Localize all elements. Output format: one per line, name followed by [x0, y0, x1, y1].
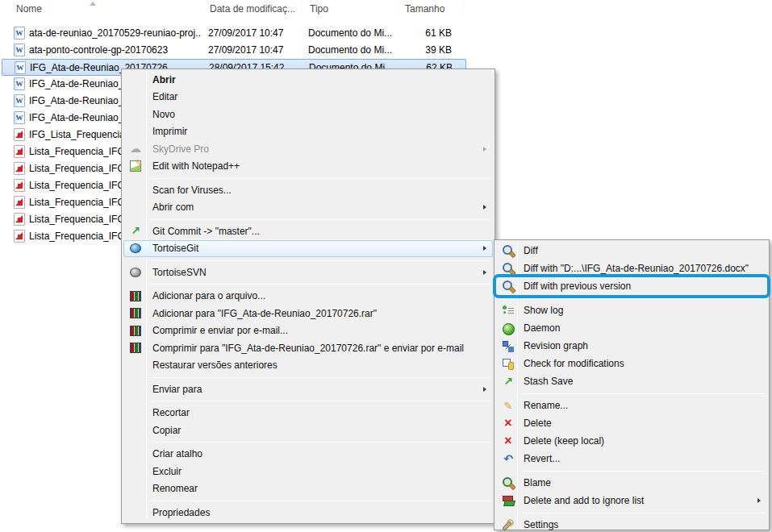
column-header-data-de-modifica[interactable]: Data de modificaç...	[210, 3, 295, 15]
file-row[interactable]: Wata-ponto-controle-gp-2017062327/09/201…	[2, 42, 466, 59]
menu-item-label: Delete	[524, 418, 552, 429]
menu-item-label: Stash Save	[524, 376, 573, 387]
menu-item-edit-with-notepad[interactable]: Edit with Notepad++	[123, 158, 493, 176]
column-header-tipo[interactable]: Tipo	[310, 3, 328, 15]
menu-item-adicionar-para-o-arquivo[interactable]: Adicionar para o arquivo...	[123, 288, 493, 305]
menu-item-show-log[interactable]: Show log	[496, 301, 767, 319]
menu-item-icon-wrap	[127, 242, 144, 255]
menu-item-comprimir-e-enviar-por-e-mail[interactable]: Comprimir e enviar por e-mail...	[123, 322, 493, 340]
column-separator[interactable]	[464, 1, 465, 17]
menu-item-rename[interactable]: ✎Rename...	[496, 397, 767, 414]
pdf-file-icon	[14, 179, 25, 192]
menu-item-icon-wrap	[500, 476, 516, 489]
menu-item-label: Comprimir e enviar por e-mail...	[152, 325, 288, 336]
menu-item-excluir[interactable]: Excluir	[123, 463, 493, 480]
menu-item-diff[interactable]: Diff	[496, 242, 767, 260]
menu-item-revision-graph[interactable]: Revision graph	[496, 337, 767, 355]
submenu-arrow-icon	[483, 387, 486, 392]
menu-item-git-commit-master[interactable]: ↗Git Commit -> "master"...	[123, 222, 493, 240]
daemon-icon	[502, 322, 515, 335]
menu-item-label: Criar atalho	[152, 448, 202, 459]
menu-item-diff-with-previous-version[interactable]: Diff with previous version	[496, 277, 767, 295]
menu-separator	[149, 377, 490, 378]
menu-item-settings[interactable]: Settings	[496, 516, 767, 532]
file-name: ata-de-reuniao_20170529-reuniao-proj...	[29, 27, 202, 39]
submenu-arrow-icon	[757, 498, 761, 503]
menu-item-label: Imprimir	[152, 126, 187, 137]
menu-item-icon-wrap	[500, 494, 516, 507]
menu-item-label: Abrir	[152, 74, 176, 85]
menu-item-novo[interactable]: Novo	[123, 106, 493, 123]
menu-separator	[522, 471, 765, 472]
menu-item-label: Delete and add to ignore list	[524, 495, 644, 506]
menu-item-diff-with-d-ifg-ata-de-reuniao-20170726-[interactable]: Diff with "D:...\IFG_Ata-de-Reuniao_2017…	[496, 260, 767, 277]
delete-icon: ×	[502, 418, 515, 430]
menu-item-tortoisesvn[interactable]: TortoiseSVN	[123, 264, 493, 281]
menu-item-recortar[interactable]: Recortar	[123, 405, 493, 422]
delete-icon: ×	[502, 435, 515, 447]
menu-item-label: Delete (keep local)	[524, 435, 604, 447]
menu-item-abrir-com[interactable]: Abrir com	[123, 199, 493, 217]
word-file-icon: W	[14, 111, 25, 124]
menu-item-enviar-para[interactable]: Enviar para	[123, 380, 493, 398]
menu-item-criar-atalho[interactable]: Criar atalho	[123, 446, 493, 463]
menu-item-label: Enviar para	[152, 384, 202, 395]
word-file-icon: W	[14, 77, 25, 90]
menu-item-adicionar-para-ifg-ata-de-reuniao-201707[interactable]: Adicionar para "IFG_Ata-de-Reuniao_20170…	[123, 305, 493, 322]
sort-ascending-icon	[90, 2, 96, 6]
menu-item-copiar[interactable]: Copiar	[123, 422, 493, 439]
blame-icon	[502, 477, 515, 489]
submenu-arrow-icon	[483, 270, 486, 275]
menu-item-icon-wrap	[500, 304, 516, 317]
menu-separator	[149, 401, 490, 401]
menu-item-scan-for-viruses[interactable]: Scan for Viruses...	[123, 181, 493, 199]
menu-item-icon-wrap: ×	[500, 417, 516, 430]
menu-item-imprimir[interactable]: Imprimir	[123, 123, 493, 141]
menu-item-restaurar-vers-es-anteriores[interactable]: Restaurar versões anteriores	[123, 357, 493, 375]
menu-item-label: Git Commit -> "master"...	[152, 226, 260, 237]
file-icon-wrap: W	[14, 77, 27, 91]
menu-item-check-for-modifications[interactable]: Check for modifications	[496, 355, 767, 372]
menu-item-comprimir-para-ifg-ata-de-reuniao-201707[interactable]: Comprimir para "IFG_Ata-de-Reuniao_20170…	[123, 339, 493, 357]
menu-item-label: Diff	[524, 245, 538, 256]
tortoisesvn-icon	[130, 268, 141, 277]
pdf-file-icon	[14, 128, 25, 141]
menu-separator	[522, 298, 765, 299]
column-header-nome[interactable]: Nome	[16, 3, 42, 15]
pdf-file-icon	[14, 230, 25, 243]
menu-item-editar[interactable]: Editar	[123, 89, 493, 106]
menu-item-label: Novo	[152, 109, 175, 120]
menu-item-icon-wrap	[500, 262, 516, 275]
menu-item-skydrive-pro[interactable]: ☁SkyDrive Pro	[123, 140, 493, 158]
menu-item-renomear[interactable]: Renomear	[123, 480, 493, 498]
menu-separator	[149, 260, 490, 261]
column-separator[interactable]	[303, 1, 303, 17]
menu-item-daemon[interactable]: Daemon	[496, 319, 767, 337]
menu-item-revert[interactable]: ↶Revert...	[496, 450, 767, 468]
ignore-list-icon	[502, 495, 515, 507]
menu-separator	[149, 219, 490, 220]
menu-item-tortoisegit[interactable]: TortoiseGit	[123, 240, 493, 258]
word-file-icon: W	[14, 27, 25, 39]
file-size: 39 KB	[371, 44, 452, 56]
column-separator[interactable]	[399, 1, 399, 17]
context-menu: AbrirEditarNovoImprimir☁SkyDrive ProEdit…	[121, 69, 495, 524]
file-size: 61 KB	[371, 27, 452, 39]
menu-item-icon-wrap: ×	[500, 434, 516, 447]
menu-item-propriedades[interactable]: Propriedades	[123, 504, 493, 522]
menu-item-delete-and-add-to-ignore-list[interactable]: Delete and add to ignore list	[496, 492, 767, 509]
menu-item-blame[interactable]: Blame	[496, 474, 767, 492]
menu-item-delete[interactable]: ×Delete	[496, 414, 767, 432]
column-header-tamanho[interactable]: Tamanho	[405, 3, 444, 15]
menu-item-delete-keep-local[interactable]: ×Delete (keep local)	[496, 432, 767, 450]
menu-item-abrir[interactable]: Abrir	[123, 71, 493, 89]
settings-icon	[502, 519, 515, 531]
menu-item-icon-wrap: ✎	[500, 399, 516, 412]
file-row[interactable]: Wata-de-reuniao_20170529-reuniao-proj...…	[2, 25, 466, 42]
menu-item-stash-save[interactable]: ↗Stash Save	[496, 372, 767, 390]
submenu-arrow-icon	[483, 147, 486, 152]
git-commit-icon: ↗	[129, 225, 142, 237]
menu-item-label: Settings	[524, 519, 558, 530]
word-file-icon: W	[14, 44, 25, 56]
column-separator[interactable]	[203, 1, 204, 17]
